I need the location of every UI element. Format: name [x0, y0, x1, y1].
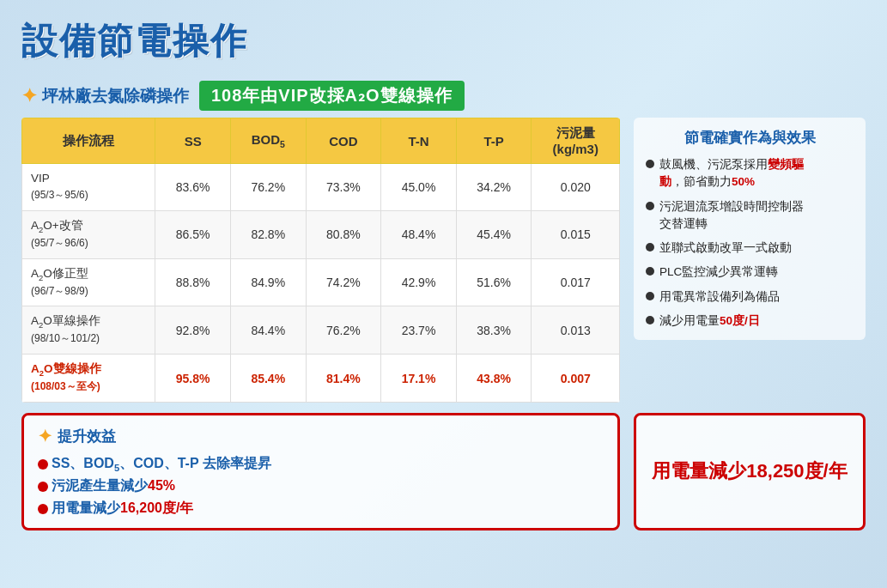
benefit-item: SS、BOD5、COD、T-P 去除率提昇 [38, 455, 604, 473]
col-header-cod: COD [306, 118, 381, 164]
right-panel: 節電確實作為與效果 鼓風機、污泥泵採用變頻驅動，節省動力50% 污泥迴流泵增設時… [634, 118, 866, 403]
benefit-item: 用電量減少16,200度/年 [38, 500, 604, 518]
table-section: 操作流程 SS BOD5 COD T-N T-P 污泥量(kg/m3) VIP(… [21, 118, 620, 403]
benefit-text: SS、BOD5、COD、T-P 去除率提昇 [52, 455, 271, 473]
col-header-tp: T-P [456, 118, 532, 164]
list-text: 並聯式啟動改單一式啟動 [659, 239, 792, 257]
cell-tp: 38.3% [456, 306, 532, 355]
cell-cod: 80.8% [306, 210, 381, 258]
cell-process: A2O單線操作(98/10～101/2) [22, 306, 155, 355]
list-item: 鼓風機、污泥泵採用變頻驅動，節省動力50% [646, 156, 854, 191]
benefit-item: 污泥產生量減少45% [38, 477, 604, 495]
cell-tn: 23.7% [381, 306, 457, 355]
cell-process: A2O+改管(95/7～96/6) [22, 210, 155, 258]
highlight-badge: 108年由VIP改採A₂O雙線操作 [199, 81, 465, 111]
cell-bod5: 84.9% [230, 258, 306, 306]
list-text: 鼓風機、污泥泵採用變頻驅動，節省動力50% [659, 156, 804, 191]
list-item: 並聯式啟動改單一式啟動 [646, 239, 854, 257]
col-header-tn: T-N [381, 118, 457, 164]
cell-sludge: 0.007 [532, 355, 620, 403]
list-text: 用電異常設備列為備品 [659, 288, 780, 306]
cell-tp: 43.8% [456, 355, 532, 403]
list-text: PLC監控減少異常運轉 [659, 264, 778, 281]
table-row: A2O修正型(96/7～98/9) 88.8% 84.9% 74.2% 42.9… [22, 258, 620, 306]
bottom-section: ✦ 提升效益 SS、BOD5、COD、T-P 去除率提昇 污泥產生量減少45% … [21, 413, 866, 530]
reduction-text: 用電量減少18,250度/年 [652, 459, 847, 484]
header-icon: ✦ [21, 85, 37, 107]
list-item: 污泥迴流泵增設時間控制器交替運轉 [646, 198, 854, 233]
table-row-highlight: A2O雙線操作(108/03～至今) 95.8% 85.4% 81.4% 17.… [22, 355, 620, 403]
main-content: 操作流程 SS BOD5 COD T-N T-P 污泥量(kg/m3) VIP(… [21, 118, 866, 403]
cell-sludge: 0.015 [532, 210, 620, 258]
cell-ss: 95.8% [155, 355, 231, 403]
list-item: 用電異常設備列為備品 [646, 288, 854, 306]
list-text: 污泥迴流泵增設時間控制器交替運轉 [659, 198, 804, 233]
benefit-text: 污泥產生量減少45% [52, 477, 175, 495]
cell-tn: 17.1% [381, 355, 457, 403]
energy-box-title: 節電確實作為與效果 [646, 128, 854, 148]
table-row: A2O單線操作(98/10～101/2) 92.8% 84.4% 76.2% 2… [22, 306, 620, 355]
list-text: 減少用電量50度/日 [659, 312, 760, 330]
benefit-list: SS、BOD5、COD、T-P 去除率提昇 污泥產生量減少45% 用電量減少16… [38, 455, 604, 518]
benefit-box: ✦ 提升效益 SS、BOD5、COD、T-P 去除率提昇 污泥產生量減少45% … [21, 413, 620, 530]
col-header-bod5: BOD5 [230, 118, 306, 164]
list-item: 減少用電量50度/日 [646, 312, 854, 330]
cell-tp: 45.4% [456, 210, 532, 258]
section-label-text: 坪林廠去氮除磷操作 [42, 85, 189, 107]
cell-tp: 51.6% [456, 258, 532, 306]
benefit-icon: ✦ [38, 426, 52, 446]
cell-process: VIP(95/3～95/6) [22, 164, 155, 211]
cell-sludge: 0.017 [532, 258, 620, 306]
cell-cod: 76.2% [306, 306, 381, 355]
bullet-icon [646, 292, 654, 300]
cell-ss: 83.6% [155, 164, 231, 211]
benefit-box-title: ✦ 提升效益 [38, 426, 604, 446]
energy-box: 節電確實作為與效果 鼓風機、污泥泵採用變頻驅動，節省動力50% 污泥迴流泵增設時… [634, 118, 866, 340]
cell-bod5: 82.8% [230, 210, 306, 258]
section-label: ✦ 坪林廠去氮除磷操作 [21, 85, 189, 107]
reduction-box: 用電量減少18,250度/年 [634, 413, 866, 530]
benefit-bullet-icon [38, 482, 48, 492]
energy-list: 鼓風機、污泥泵採用變頻驅動，節省動力50% 污泥迴流泵增設時間控制器交替運轉 並… [646, 156, 854, 330]
list-item: PLC監控減少異常運轉 [646, 264, 854, 281]
cell-ss: 88.8% [155, 258, 231, 306]
col-header-process: 操作流程 [22, 118, 155, 164]
col-header-sludge: 污泥量(kg/m3) [532, 118, 620, 164]
bullet-icon [646, 160, 654, 168]
cell-tn: 42.9% [381, 258, 457, 306]
cell-ss: 92.8% [155, 306, 231, 355]
cell-sludge: 0.020 [532, 164, 620, 211]
cell-tn: 48.4% [381, 210, 457, 258]
bullet-icon [646, 267, 654, 276]
cell-process: A2O雙線操作(108/03～至今) [22, 355, 155, 403]
bullet-icon [646, 202, 654, 210]
benefit-bullet-icon [38, 459, 48, 470]
cell-process: A2O修正型(96/7～98/9) [22, 258, 155, 306]
benefit-text: 用電量減少16,200度/年 [52, 500, 193, 518]
cell-bod5: 76.2% [230, 164, 306, 211]
main-title: 設備節電操作 [21, 17, 866, 65]
table-header-row: 操作流程 SS BOD5 COD T-N T-P 污泥量(kg/m3) [22, 118, 620, 164]
data-table: 操作流程 SS BOD5 COD T-N T-P 污泥量(kg/m3) VIP(… [21, 118, 620, 403]
cell-cod: 74.2% [306, 258, 381, 306]
bullet-icon [646, 316, 654, 324]
cell-tn: 45.0% [381, 164, 457, 211]
benefit-title-text: 提升效益 [58, 427, 116, 446]
benefit-bullet-icon [38, 504, 48, 514]
cell-bod5: 84.4% [230, 306, 306, 355]
section-header-row: ✦ 坪林廠去氮除磷操作 108年由VIP改採A₂O雙線操作 [21, 81, 866, 111]
cell-bod5: 85.4% [230, 355, 306, 403]
table-row: VIP(95/3～95/6) 83.6% 76.2% 73.3% 45.0% 3… [22, 164, 620, 211]
cell-sludge: 0.013 [532, 306, 620, 355]
col-header-ss: SS [155, 118, 231, 164]
page-container: 設備節電操作 ✦ 坪林廠去氮除磷操作 108年由VIP改採A₂O雙線操作 操作流… [0, 0, 887, 588]
cell-cod: 81.4% [306, 355, 381, 403]
cell-tp: 34.2% [456, 164, 532, 211]
cell-cod: 73.3% [306, 164, 381, 211]
bullet-icon [646, 243, 654, 252]
cell-ss: 86.5% [155, 210, 231, 258]
table-row: A2O+改管(95/7～96/6) 86.5% 82.8% 80.8% 48.4… [22, 210, 620, 258]
